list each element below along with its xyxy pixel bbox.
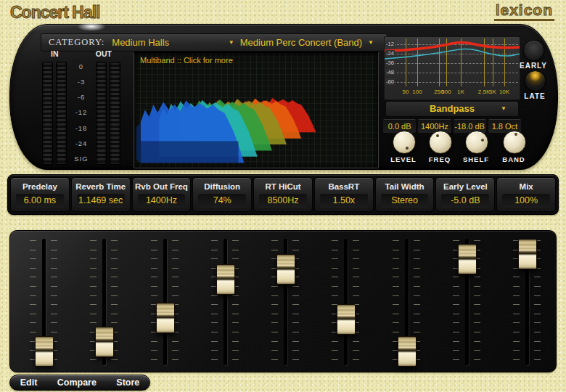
knob-indicator-dot [514, 133, 517, 136]
store-button[interactable]: Store [116, 377, 139, 388]
fader-handle[interactable] [398, 336, 417, 367]
freq-knob[interactable] [429, 131, 452, 154]
multiband-title: Multiband :: Click for more [140, 56, 233, 65]
page-title: Concert Hall [10, 3, 99, 23]
fader-handle[interactable] [276, 254, 295, 285]
main-display-panel: CATEGORY: Medium Halls ▼ Medium Perc Con… [9, 24, 558, 170]
param-cell-mix[interactable]: Mix 100% [496, 177, 556, 212]
eq-response-graph: -12 -24 -36 -48 -60 50 100 250 500 1K 2.… [384, 36, 520, 100]
knob-unit-shelf: SHELF [465, 131, 487, 154]
param-value: 1.50x [320, 194, 368, 208]
param-cell-rt-hicut[interactable]: RT HiCut 8500Hz [253, 177, 313, 212]
param-label: RT HiCut [265, 182, 300, 191]
param-value: 100% [502, 194, 550, 208]
meter-column [110, 62, 120, 165]
param-label: Rvb Out Freq [135, 182, 188, 191]
fader-diffusion[interactable] [209, 233, 241, 369]
eq-db-label: -12 [385, 41, 395, 47]
param-value: Stereo [381, 194, 429, 208]
eq-db-label: -24 [385, 50, 395, 57]
filter-type-dropdown[interactable]: Bandpass ▼ [385, 101, 519, 117]
late-button[interactable] [525, 70, 546, 91]
fader-rvb-out-freq[interactable] [149, 233, 181, 369]
fader-mix[interactable] [511, 233, 543, 369]
fader-track [344, 239, 348, 365]
param-value: 8500Hz [259, 194, 307, 208]
fader-bassrt[interactable] [329, 233, 361, 369]
early-button[interactable] [523, 40, 544, 61]
param-cell-bassrt[interactable]: BassRT 1.50x [314, 177, 374, 212]
meter-scale-label: SIG [74, 155, 88, 163]
fader-handle[interactable] [95, 327, 114, 357]
fader-rt-hicut[interactable] [269, 233, 301, 369]
param-label: Early Level [443, 182, 488, 191]
param-cell-reverb-time[interactable]: Reverb Time 1.1469 sec [71, 177, 131, 212]
knob-unit-freq: FREQ [429, 131, 451, 154]
fader-handle[interactable] [458, 244, 477, 274]
fader-ticks [353, 240, 359, 364]
knob-unit-band: BAND [503, 131, 525, 154]
param-label: Predelay [22, 182, 57, 191]
fader-ticks [151, 240, 157, 364]
early-button-label: EARLY [512, 62, 555, 70]
fader-ticks [211, 240, 218, 364]
out-meter-label: OUT [96, 49, 112, 58]
knob-row: LEVEL FREQ SHELF BAND [384, 131, 529, 167]
category-label: CATEGORY: [49, 37, 104, 48]
meter-scale-label: 0 [79, 62, 83, 70]
param-label: Mix [520, 182, 533, 191]
preset-select[interactable]: Medium Perc Concert (Band) ▼ [240, 37, 380, 48]
in-meter [42, 62, 67, 163]
category-value: Medium Halls [112, 37, 169, 48]
fader-handle[interactable] [156, 303, 175, 333]
eq-db-label: -60 [385, 78, 395, 85]
fader-track [163, 239, 167, 365]
param-cell-tail-width[interactable]: Tail Width Stereo [375, 177, 435, 212]
fader-panel [9, 230, 557, 372]
meter-scale: 0-3-6-12-18-24SIG [70, 62, 93, 163]
level-knob[interactable] [393, 131, 416, 154]
multiband-display[interactable]: Multiband :: Click for more [134, 52, 379, 168]
fader-early-level[interactable] [451, 233, 483, 369]
shelf-knob[interactable] [465, 131, 488, 154]
meter-scale-label: -3 [78, 78, 85, 86]
chevron-down-icon: ▼ [229, 39, 234, 46]
fader-track [223, 239, 227, 365]
category-select[interactable]: Medium Halls ▼ [112, 37, 239, 48]
band-knob[interactable] [503, 131, 526, 154]
fader-reverb-time[interactable] [88, 233, 120, 369]
lexicon-logo: lexicon [494, 1, 554, 21]
param-cell-rvb-out-freq[interactable]: Rvb Out Freq 1400Hz [132, 177, 192, 212]
param-label: Diffusion [204, 182, 240, 191]
param-value: 1.1469 sec [77, 194, 125, 208]
fader-handle[interactable] [518, 239, 537, 269]
footer-bar: EditCompareStore [9, 375, 150, 391]
io-meters: IN OUT 0-3-6-12-18-24SIG [39, 49, 123, 167]
param-label: Tail Width [385, 182, 424, 191]
eq-curves [385, 37, 520, 99]
fader-handle[interactable] [337, 304, 356, 335]
param-cell-diffusion[interactable]: Diffusion 74% [192, 177, 252, 212]
knob-unit-level: LEVEL [393, 131, 414, 154]
chevron-down-icon: ▼ [368, 39, 374, 46]
param-cell-predelay[interactable]: Predelay 6.00 ms [10, 177, 70, 212]
fader-ticks [332, 240, 338, 364]
fader-tail-width[interactable] [390, 233, 422, 369]
meter-column [96, 62, 107, 165]
meter-scale-label: -18 [75, 124, 88, 132]
param-value: 74% [198, 194, 246, 208]
knob-indicator-dot [436, 134, 439, 137]
edit-button[interactable]: Edit [20, 377, 38, 388]
fader-handle[interactable] [216, 264, 235, 295]
compare-button[interactable]: Compare [57, 377, 97, 388]
param-value: -5.0 dB [441, 194, 489, 208]
late-button-label: LATE [513, 92, 557, 100]
in-meter-label: IN [51, 49, 59, 58]
param-value: 6.00 ms [16, 194, 64, 208]
spectrum-waterfall [135, 64, 376, 166]
param-label: Reverb Time [75, 182, 126, 191]
meter-scale-label: -6 [78, 93, 85, 101]
param-cell-early-level[interactable]: Early Level -5.0 dB [435, 177, 495, 212]
fader-handle[interactable] [35, 336, 54, 367]
fader-predelay[interactable] [28, 233, 60, 369]
